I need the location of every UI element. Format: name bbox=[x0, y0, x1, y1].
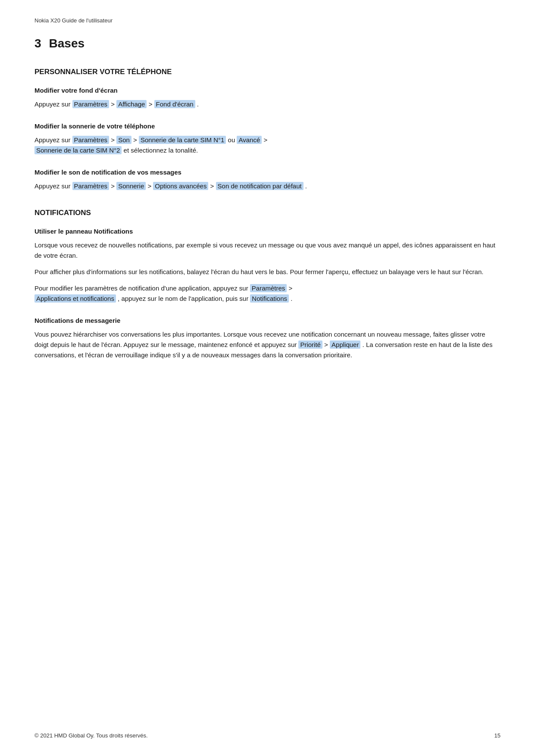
text-gt-3: > bbox=[109, 136, 116, 144]
paragraph-panneau-1: Lorsque vous recevez de nouvelles notifi… bbox=[34, 240, 501, 261]
subsection-panneau-notifications: Utiliser le panneau Notifications Lorsqu… bbox=[34, 228, 501, 304]
text-appuyez-3: Appuyez sur bbox=[34, 182, 72, 190]
section-personnaliser: PERSONNALISER VOTRE TÉLÉPHONE Modifier v… bbox=[34, 68, 501, 191]
text-gt-1: > bbox=[109, 100, 116, 108]
highlight-avance: Avancé bbox=[237, 136, 262, 144]
subsection-title-sonnerie: Modifier la sonnerie de votre téléphone bbox=[34, 122, 501, 130]
highlight-parametres-3: Paramètres bbox=[72, 182, 110, 190]
highlight-son-notification: Son de notification par défaut bbox=[216, 182, 303, 190]
subsection-title-messagerie: Notifications de messagerie bbox=[34, 317, 501, 324]
text-gt-9: > bbox=[287, 284, 292, 292]
text-gt-7: > bbox=[146, 182, 153, 190]
subsection-notification-son: Modifier le son de notification de vos m… bbox=[34, 169, 501, 191]
text-appuyez-2: Appuyez sur bbox=[34, 136, 72, 144]
text-gt-6: > bbox=[109, 182, 116, 190]
subsection-title-notification-son: Modifier le son de notification de vos m… bbox=[34, 169, 501, 176]
chapter-title-text: Bases bbox=[49, 37, 85, 50]
highlight-sonnerie-sim1: Sonnerie de la carte SIM N°1 bbox=[139, 136, 226, 144]
subsection-notifications-messagerie: Notifications de messagerie Vous pouvez … bbox=[34, 317, 501, 360]
footer: © 2021 HMD Global Oy. Tous droits réserv… bbox=[34, 732, 501, 739]
text-period-2: . bbox=[303, 182, 307, 190]
section-title-notifications: NOTIFICATIONS bbox=[34, 209, 501, 217]
subsection-title-panneau: Utiliser le panneau Notifications bbox=[34, 228, 501, 235]
section-notifications: NOTIFICATIONS Utiliser le panneau Notifi… bbox=[34, 209, 501, 360]
text-select: et sélectionnez la tonalité. bbox=[122, 147, 198, 154]
page-number: 15 bbox=[494, 732, 501, 739]
highlight-parametres-4: Paramètres bbox=[250, 284, 287, 292]
subsection-sonnerie: Modifier la sonnerie de votre téléphone … bbox=[34, 122, 501, 156]
highlight-priorite: Priorité bbox=[298, 341, 322, 349]
text-gt-10: > bbox=[322, 341, 330, 348]
highlight-son: Son bbox=[116, 136, 131, 144]
section-title-personnaliser: PERSONNALISER VOTRE TÉLÉPHONE bbox=[34, 68, 501, 76]
paragraph-panneau-3: Pour modifier les paramètres de notifica… bbox=[34, 283, 501, 304]
text-appuyez-1: Appuyez sur bbox=[34, 100, 72, 108]
text-period-1: . bbox=[195, 100, 199, 108]
chapter-number: 3 bbox=[34, 37, 41, 50]
text-gt-5: > bbox=[262, 136, 267, 144]
subsection-fond-ecran: Modifier votre fond d'écran Appuyez sur … bbox=[34, 87, 501, 109]
highlight-sonnerie-2: Sonnerie bbox=[116, 182, 146, 190]
highlight-fond-ecran: Fond d'écran bbox=[154, 100, 195, 108]
chapter-title: 3 Bases bbox=[34, 37, 501, 50]
text-gt-2: > bbox=[147, 100, 154, 108]
highlight-appliquer: Appliquer bbox=[330, 341, 360, 349]
subsection-title-fond-ecran: Modifier votre fond d'écran bbox=[34, 87, 501, 94]
paragraph-notification-son: Appuyez sur Paramètres > Sonnerie > Opti… bbox=[34, 181, 501, 191]
highlight-options-avancees: Options avancées bbox=[153, 182, 208, 190]
text-period-3: . bbox=[289, 295, 292, 302]
paragraph-messagerie: Vous pouvez hiérarchiser vos conversatio… bbox=[34, 329, 501, 360]
highlight-apps-notifications: Applications et notifications bbox=[34, 294, 116, 303]
copyright-text: © 2021 HMD Global Oy. Tous droits réserv… bbox=[34, 732, 148, 739]
paragraph-panneau-2: Pour afficher plus d'informations sur le… bbox=[34, 267, 501, 277]
header-text: Nokia X20 Guide de l'utilisateur bbox=[34, 17, 501, 24]
text-gt-4: > bbox=[131, 136, 139, 144]
highlight-parametres-2: Paramètres bbox=[72, 136, 110, 144]
text-ou: ou bbox=[226, 136, 237, 144]
text-appuyez-nom: , appuyez sur le nom de l'application, p… bbox=[116, 295, 250, 302]
highlight-notifications: Notifications bbox=[250, 294, 289, 303]
highlight-affichage: Affichage bbox=[116, 100, 147, 108]
paragraph-sonnerie: Appuyez sur Paramètres > Son > Sonnerie … bbox=[34, 135, 501, 156]
text-modifier-params: Pour modifier les paramètres de notifica… bbox=[34, 284, 250, 292]
highlight-sonnerie-sim2: Sonnerie de la carte SIM N°2 bbox=[34, 146, 122, 154]
paragraph-fond-ecran: Appuyez sur Paramètres > Affichage > Fon… bbox=[34, 99, 501, 109]
highlight-parametres-1: Paramètres bbox=[72, 100, 110, 108]
text-gt-8: > bbox=[208, 182, 216, 190]
